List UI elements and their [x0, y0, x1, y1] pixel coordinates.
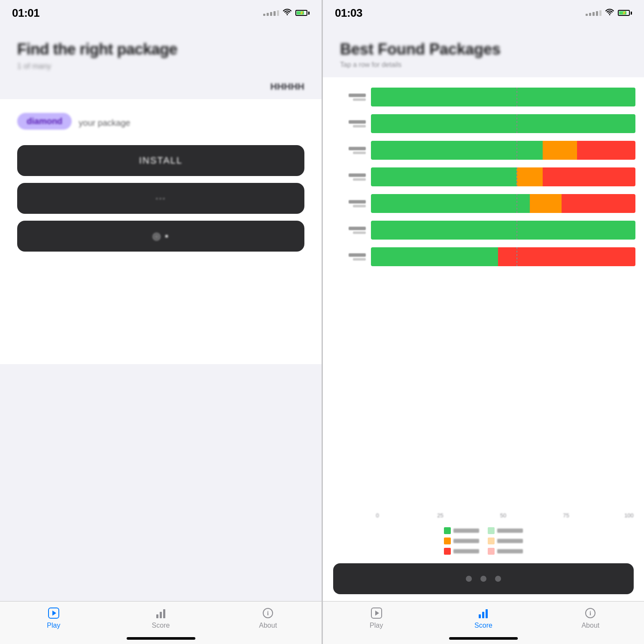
dark-bar-dot-3 [495, 576, 501, 582]
row-labels-4 [331, 200, 366, 207]
legend-label-green [453, 529, 479, 533]
score-dark-bar[interactable] [333, 563, 634, 594]
button-dots-label: ··· [155, 193, 166, 204]
x-label-25: 25 [434, 512, 447, 519]
x-label-50: 50 [497, 512, 510, 519]
about-icon-right: i [584, 607, 597, 620]
bar-green-6 [371, 247, 498, 266]
about-icon-left: i [261, 607, 274, 620]
bar-red-4 [562, 194, 635, 213]
score-title: Best Found Packages [340, 40, 627, 58]
bar-track-4[interactable] [371, 194, 635, 213]
legend-dot-red [444, 548, 451, 555]
score-subtitle: Tap a row for details [340, 61, 627, 69]
legend-row-2 [444, 538, 523, 544]
bar-green-5 [371, 221, 635, 240]
chart-row-4[interactable] [331, 192, 635, 215]
x-label-100: 100 [623, 512, 635, 519]
play-subtitle: 1 of many [17, 62, 304, 71]
svg-marker-8 [375, 611, 379, 616]
bar-track-5[interactable] [371, 221, 635, 240]
bar-green-1 [371, 114, 635, 133]
tab-about-left[interactable]: i About [214, 607, 322, 629]
chart-row-0[interactable] [331, 86, 635, 108]
row-labels-6 [331, 253, 366, 261]
tab-about-label-left: About [259, 622, 277, 629]
tab-play-right[interactable]: Play [323, 607, 430, 629]
svg-text:i: i [589, 610, 591, 617]
bar-green-2 [371, 141, 543, 160]
time-left: 01:01 [12, 6, 39, 20]
tab-score-label-left: Score [152, 622, 170, 629]
x-label-75: 75 [560, 512, 573, 519]
svg-marker-1 [52, 611, 56, 616]
chart-row-5[interactable] [331, 219, 635, 241]
legend-label-red-light [497, 549, 523, 553]
row-labels-3 [331, 173, 366, 181]
legend-green-light [488, 527, 523, 534]
x-label-0: 0 [371, 512, 384, 519]
legend-dot-green [444, 527, 451, 534]
badge-sublabel: your package [79, 118, 130, 128]
row-label-bot-4 [353, 205, 366, 207]
chart-container: 0 25 50 75 100 [323, 77, 644, 563]
chart-row-2[interactable] [331, 139, 635, 161]
legend-row-3 [444, 548, 523, 555]
status-bar-right: 01:03 ⚡ [323, 0, 644, 23]
play-icon-right [370, 607, 383, 620]
tab-about-right[interactable]: i About [537, 607, 644, 629]
bar-green-0 [371, 88, 635, 106]
button-install[interactable]: INSTALL [17, 145, 304, 176]
tab-about-label-right: About [581, 622, 599, 629]
bar-track-6[interactable] [371, 247, 635, 266]
chart-row-6[interactable] [331, 246, 635, 268]
bar-track-0[interactable] [371, 88, 635, 106]
row-labels-1 [331, 120, 366, 128]
bar-green-3 [371, 167, 516, 186]
chart-row-3[interactable] [331, 166, 635, 188]
row-label-top-6 [349, 253, 366, 257]
gray-spacer-left [0, 364, 322, 601]
row-label-bot-5 [353, 231, 366, 234]
tab-play-left[interactable]: Play [0, 607, 107, 629]
tab-play-label-left: Play [47, 622, 60, 629]
wifi-icon-right [605, 9, 614, 18]
tab-bar-right: Play Score i About [323, 601, 644, 644]
row-label-top-4 [349, 200, 366, 204]
legend-label-orange [453, 539, 479, 543]
row-label-bot-6 [353, 258, 366, 261]
battery-icon-right: ⚡ [618, 10, 632, 16]
row-label-top-3 [349, 173, 366, 177]
status-icons-right: ⚡ [586, 9, 632, 18]
svg-rect-11 [486, 609, 488, 618]
bar-track-2[interactable] [371, 141, 635, 160]
home-indicator-right [449, 637, 518, 640]
bar-track-1[interactable] [371, 114, 635, 133]
tab-score-label-right: Score [474, 622, 492, 629]
tab-play-label-right: Play [370, 622, 383, 629]
button-icon[interactable]: ◎ ▪ [17, 221, 304, 252]
legend-dot-orange-light [488, 538, 495, 544]
play-section: diamond your package INSTALL ··· ◎ ▪ [0, 99, 322, 364]
legend-label-red [453, 549, 479, 553]
row-label-bot-3 [353, 178, 366, 181]
legend-row-1 [444, 527, 523, 534]
legend-orange-light [488, 538, 523, 544]
x-axis: 0 25 50 75 100 [331, 510, 635, 521]
button-dots[interactable]: ··· [17, 183, 304, 214]
row-label-bot-2 [353, 152, 366, 154]
badge-row: diamond your package [17, 113, 304, 133]
tab-score-right[interactable]: Score [430, 607, 537, 629]
play-right-label: HHHHH [0, 81, 322, 99]
svg-rect-10 [482, 612, 484, 618]
signal-left [263, 10, 279, 16]
row-label-top-0 [349, 94, 366, 97]
chart-row-1[interactable] [331, 112, 635, 135]
signal-right [586, 10, 601, 16]
score-icon-left [155, 607, 167, 620]
bar-track-3[interactable] [371, 167, 635, 186]
tab-score-left[interactable]: Score [107, 607, 215, 629]
play-header: Find the right package 1 of many [0, 23, 322, 81]
bar-red-2 [577, 141, 635, 160]
button-icon-label: ◎ ▪ [152, 231, 169, 242]
